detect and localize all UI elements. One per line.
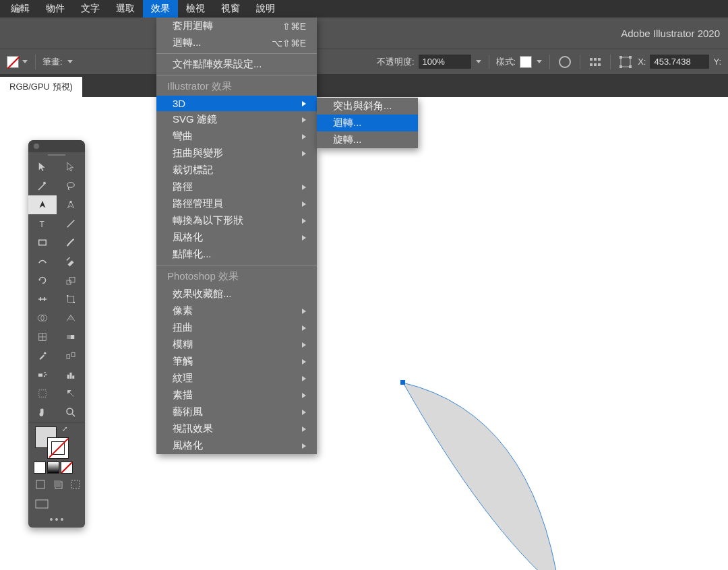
opacity-input[interactable] bbox=[419, 55, 471, 69]
selection-tool[interactable] bbox=[28, 158, 57, 177]
perspective-grid-tool[interactable] bbox=[57, 309, 85, 327]
color-mode-solid[interactable] bbox=[34, 462, 46, 474]
fill-dropdown-icon[interactable] bbox=[22, 59, 28, 65]
x-input[interactable] bbox=[650, 55, 709, 69]
menu-effect-gallery[interactable]: 效果收藏館... bbox=[156, 286, 317, 303]
pen-tool[interactable] bbox=[28, 195, 57, 214]
menu-object[interactable]: 物件 bbox=[38, 0, 73, 18]
svg-rect-37 bbox=[67, 375, 69, 379]
type-tool[interactable]: T bbox=[28, 214, 57, 233]
opacity-dropdown-icon[interactable] bbox=[475, 59, 482, 65]
svg-rect-21 bbox=[67, 295, 68, 296]
stroke-color-box[interactable] bbox=[47, 437, 69, 459]
menu-texture[interactable]: 紋理 bbox=[156, 370, 317, 387]
svg-line-42 bbox=[72, 414, 75, 416]
menu-blur[interactable]: 模糊 bbox=[156, 336, 317, 353]
menu-effect[interactable]: 效果 bbox=[143, 0, 178, 18]
curvature-tool[interactable] bbox=[57, 195, 85, 214]
zoom-tool[interactable] bbox=[57, 403, 85, 422]
menu-window[interactable]: 視窗 bbox=[213, 0, 248, 18]
shape-builder-tool[interactable] bbox=[28, 309, 57, 327]
menu-3d[interactable]: 3D bbox=[156, 96, 317, 111]
menu-doc-raster-settings[interactable]: 文件點陣效果設定... bbox=[156, 56, 317, 73]
free-transform-tool[interactable] bbox=[57, 290, 85, 309]
y-label: Y: bbox=[713, 57, 721, 67]
menu-stylize-ps[interactable]: 風格化 bbox=[156, 437, 317, 454]
svg-point-36 bbox=[44, 375, 45, 377]
menu-view[interactable]: 檢視 bbox=[178, 0, 213, 18]
menu-last-effect[interactable]: 迴轉...⌥⇧⌘E bbox=[156, 34, 317, 51]
menu-path[interactable]: 路徑 bbox=[156, 179, 317, 195]
canvas[interactable] bbox=[0, 97, 728, 570]
hand-tool[interactable] bbox=[28, 403, 57, 422]
menu-help[interactable]: 說明 bbox=[248, 0, 283, 18]
fill-swatch[interactable] bbox=[7, 56, 19, 68]
document-tab[interactable]: RGB/GPU 預視) bbox=[0, 77, 82, 97]
menu-select[interactable]: 選取 bbox=[108, 0, 143, 18]
menu-brush-strokes[interactable]: 筆觸 bbox=[156, 353, 317, 370]
draw-normal-icon[interactable] bbox=[35, 479, 46, 493]
align-icon[interactable] bbox=[587, 54, 603, 70]
fill-stroke-control[interactable]: ⤢ bbox=[28, 422, 85, 460]
menu-rasterize[interactable]: 點陣化... bbox=[156, 246, 317, 263]
mesh-tool[interactable] bbox=[28, 327, 57, 346]
magic-wand-tool[interactable] bbox=[28, 177, 57, 195]
menu-pathfinder[interactable]: 路徑管理員 bbox=[156, 195, 317, 212]
gradient-tool[interactable] bbox=[57, 327, 85, 346]
slice-tool[interactable] bbox=[57, 384, 85, 403]
shaper-tool[interactable] bbox=[28, 252, 57, 271]
submenu-revolve[interactable]: 迴轉... bbox=[317, 115, 418, 131]
rotate-tool[interactable] bbox=[28, 271, 57, 290]
blend-tool[interactable] bbox=[57, 346, 85, 365]
draw-inside-icon[interactable] bbox=[70, 479, 81, 493]
direct-selection-tool[interactable] bbox=[57, 158, 85, 177]
menu-apply-last-effect[interactable]: 套用迴轉⇧⌘E bbox=[156, 18, 317, 34]
screen-mode-icon[interactable] bbox=[28, 497, 85, 514]
menu-distort-ps[interactable]: 扭曲 bbox=[156, 319, 317, 336]
artboard-tool[interactable] bbox=[28, 384, 57, 403]
paintbrush-tool[interactable] bbox=[57, 233, 85, 252]
swap-fill-stroke-icon[interactable]: ⤢ bbox=[62, 425, 67, 433]
menubar: 編輯 物件 文字 選取 效果 檢視 視窗 說明 bbox=[0, 0, 728, 18]
panel-header[interactable] bbox=[28, 140, 85, 152]
app-title: Adobe Illustrator 2020 bbox=[621, 28, 720, 39]
style-dropdown-icon[interactable] bbox=[536, 59, 543, 65]
svg-text:T: T bbox=[40, 220, 45, 229]
submenu-rotate[interactable]: 旋轉... bbox=[317, 131, 418, 148]
selected-path[interactable] bbox=[398, 380, 573, 570]
menu-distort-transform[interactable]: 扭曲與變形 bbox=[156, 145, 317, 162]
menu-warp[interactable]: 彎曲 bbox=[156, 128, 317, 145]
style-label: 樣式: bbox=[496, 56, 516, 68]
menu-sketch[interactable]: 素描 bbox=[156, 387, 317, 404]
eraser-tool[interactable] bbox=[57, 252, 85, 271]
transform-icon[interactable] bbox=[617, 54, 634, 70]
menu-type[interactable]: 文字 bbox=[73, 0, 108, 18]
style-swatch[interactable] bbox=[520, 56, 532, 68]
menu-convert-shape[interactable]: 轉換為以下形狀 bbox=[156, 212, 317, 229]
width-tool[interactable] bbox=[28, 290, 57, 309]
stroke-width-dropdown-icon[interactable] bbox=[67, 59, 73, 65]
column-graph-tool[interactable] bbox=[57, 365, 85, 384]
color-mode-gradient[interactable] bbox=[47, 462, 59, 474]
menu-svg-filters[interactable]: SVG 濾鏡 bbox=[156, 111, 317, 128]
menu-pixelate[interactable]: 像素 bbox=[156, 303, 317, 319]
anchor-point[interactable] bbox=[400, 380, 405, 385]
color-mode-none[interactable] bbox=[61, 462, 73, 474]
menu-stylize-ai[interactable]: 風格化 bbox=[156, 229, 317, 246]
edit-toolbar-button[interactable] bbox=[28, 514, 85, 528]
lasso-tool[interactable] bbox=[57, 177, 85, 195]
submenu-extrude-bevel[interactable]: 突出與斜角... bbox=[317, 98, 418, 115]
x-label: X: bbox=[638, 57, 646, 67]
draw-behind-icon[interactable] bbox=[53, 479, 63, 493]
scale-tool[interactable] bbox=[57, 271, 85, 290]
svg-rect-2 bbox=[594, 58, 597, 61]
symbol-sprayer-tool[interactable] bbox=[28, 365, 57, 384]
menu-artistic[interactable]: 藝術風 bbox=[156, 404, 317, 420]
eyedropper-tool[interactable] bbox=[28, 346, 57, 365]
rectangle-tool[interactable] bbox=[28, 233, 57, 252]
menu-crop-marks[interactable]: 裁切標記 bbox=[156, 162, 317, 179]
line-tool[interactable] bbox=[57, 214, 85, 233]
menu-video[interactable]: 視訊效果 bbox=[156, 420, 317, 437]
menu-edit[interactable]: 編輯 bbox=[3, 0, 38, 18]
recolor-icon[interactable] bbox=[557, 54, 573, 70]
